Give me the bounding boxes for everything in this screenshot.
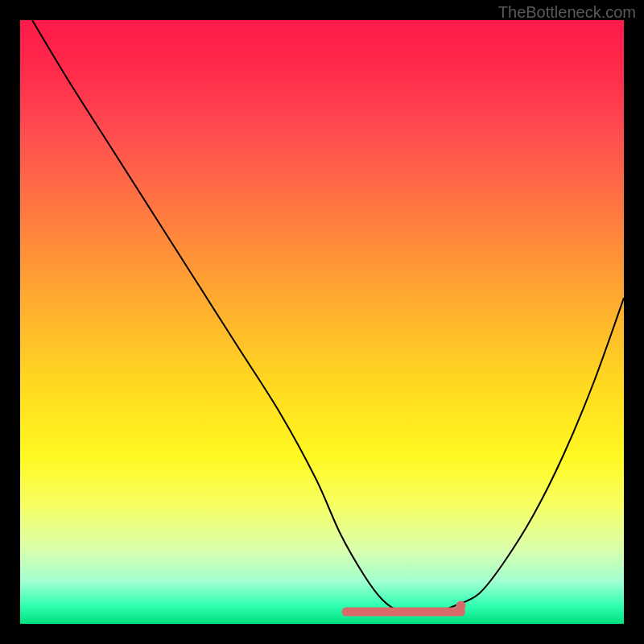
bottleneck-curve-line <box>32 20 624 613</box>
curve-marker-dot <box>456 601 466 611</box>
chart-svg <box>20 20 624 624</box>
chart-plot-area <box>20 20 624 624</box>
watermark-text: TheBottleneck.com <box>498 3 636 22</box>
